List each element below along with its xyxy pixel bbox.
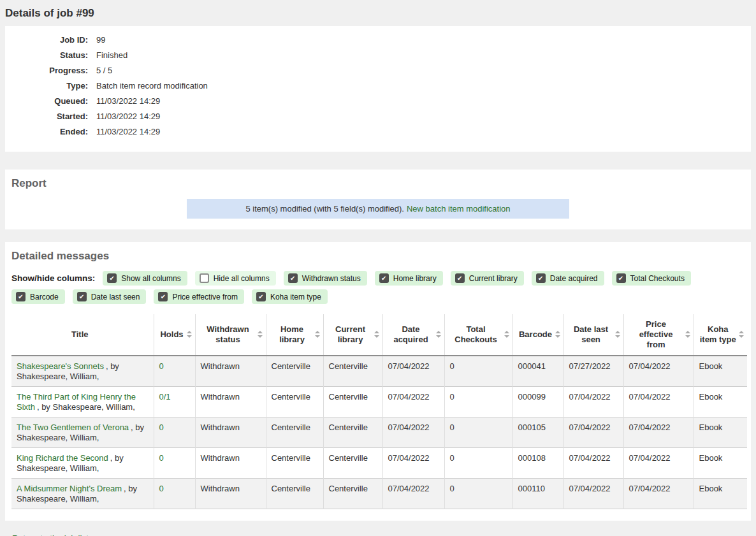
job-field-value: 5 / 5	[96, 66, 112, 75]
checkbox-icon	[536, 273, 546, 283]
new-batch-item-modification-link[interactable]: New batch item modification	[407, 204, 511, 214]
home-library-cell: Centerville	[266, 387, 323, 417]
price-effective-from-cell: 07/04/2022	[623, 448, 694, 479]
column-header[interactable]: Koha item type	[694, 314, 747, 356]
holds-link[interactable]: 0	[159, 423, 164, 432]
holds-link[interactable]: 0/1	[159, 392, 171, 402]
report-heading: Report	[11, 177, 745, 190]
holds-cell: 0	[154, 479, 195, 509]
page-title: Details of job #99	[0, 0, 756, 26]
sort-icon	[374, 331, 379, 338]
sort-icon	[315, 331, 320, 338]
current-library-cell: Centerville	[323, 417, 382, 448]
holds-cell: 0/1	[154, 387, 195, 417]
column-toggle[interactable]: Withdrawn status	[284, 271, 367, 286]
barcode-cell: 000108	[512, 448, 563, 479]
koha-item-type-cell: Ebook	[694, 356, 747, 387]
total-checkouts-cell: 0	[444, 387, 512, 417]
job-field-label: Job ID:	[11, 35, 88, 45]
price-effective-from-cell: 07/04/2022	[623, 479, 694, 509]
column-toggle-label: Withdrawn status	[302, 274, 361, 283]
holds-link[interactable]: 0	[159, 361, 164, 371]
checkbox-icon	[256, 292, 266, 301]
job-field-value: Batch item record modification	[96, 81, 208, 91]
barcode-cell: 000110	[512, 479, 563, 509]
sort-icon	[187, 331, 192, 338]
job-field-value: 99	[96, 35, 105, 45]
job-field-value: 11/03/2022 14:29	[96, 127, 160, 136]
home-library-cell: Centerville	[266, 356, 323, 387]
column-toggle[interactable]: Total Checkouts	[612, 271, 691, 286]
sort-icon	[504, 331, 509, 338]
title-link[interactable]: The Two Gentlemen of Verona	[17, 423, 129, 432]
column-toggle[interactable]: Home library	[375, 271, 443, 286]
total-checkouts-cell: 0	[444, 417, 512, 448]
column-header[interactable]: Withdrawn status	[195, 314, 266, 356]
job-field: Ended: 11/03/2022 14:29	[11, 127, 745, 136]
column-toggle-label: Date last seen	[91, 293, 140, 301]
table-row: A Midsummer Night's Dream, by Shakespear…	[11, 479, 747, 509]
current-library-cell: Centerville	[323, 479, 382, 509]
withdrawn-status-cell: Withdrawn	[195, 387, 266, 417]
barcode-cell: 000099	[512, 387, 563, 417]
job-field: Status: Finished	[11, 50, 745, 60]
barcode-cell: 000105	[512, 417, 563, 448]
current-library-cell: Centerville	[323, 448, 382, 479]
date-acquired-cell: 07/04/2022	[382, 417, 444, 448]
checkbox-icon	[107, 273, 117, 283]
column-toggle-label: Home library	[393, 274, 437, 283]
sort-icon	[739, 331, 744, 338]
column-header-label: Date last seen	[574, 324, 608, 344]
checkbox-icon	[455, 273, 465, 283]
job-field: Started: 11/03/2022 14:29	[11, 112, 745, 121]
title-link[interactable]: King Richard the Second	[17, 453, 108, 463]
column-toggle[interactable]: Koha item type	[252, 289, 328, 304]
title-link[interactable]: Shakespeare's Sonnets	[17, 361, 104, 371]
table-row: King Richard the Second, by Shakespeare,…	[11, 448, 747, 479]
column-toggle[interactable]: Date acquired	[532, 271, 604, 286]
column-header[interactable]: Total Checkouts	[444, 314, 512, 356]
column-toggle-label: Price effective from	[172, 293, 237, 301]
job-field-value: Finished	[96, 50, 127, 60]
koha-item-type-cell: Ebook	[694, 479, 747, 509]
column-header[interactable]: Date acquired	[382, 314, 444, 356]
date-last-seen-cell: 07/04/2022	[563, 448, 623, 479]
job-field: Type: Batch item record modification	[11, 81, 745, 91]
column-toggle-label: Koha item type	[270, 293, 321, 301]
column-header-label: Date acquired	[393, 324, 428, 344]
title-link[interactable]: A Midsummer Night's Dream	[17, 484, 122, 493]
home-library-cell: Centerville	[266, 448, 323, 479]
title-cell: The Third Part of King Henry the Sixth, …	[11, 387, 154, 417]
column-header[interactable]: Price effective from	[623, 314, 694, 356]
column-header-label: Total Checkouts	[454, 324, 497, 344]
column-toggle-label: Date acquired	[550, 274, 598, 283]
column-toggle-label: Current library	[469, 274, 518, 283]
date-last-seen-cell: 07/04/2022	[563, 479, 623, 509]
column-toggle[interactable]: Show all columns	[103, 271, 187, 286]
column-toggle[interactable]: Barcode	[11, 289, 65, 304]
holds-link[interactable]: 0	[159, 453, 164, 463]
table-header-row: Title Holds Withdrawn status Hom	[11, 314, 747, 356]
holds-link[interactable]: 0	[159, 484, 164, 493]
column-header[interactable]: Current library	[323, 314, 382, 356]
column-toggle[interactable]: Current library	[451, 271, 524, 286]
date-last-seen-cell: 07/04/2022	[563, 387, 623, 417]
column-header[interactable]: Barcode	[512, 314, 563, 356]
sort-icon	[615, 331, 620, 338]
total-checkouts-cell: 0	[444, 356, 512, 387]
koha-item-type-cell: Ebook	[694, 417, 747, 448]
return-to-job-list-link[interactable]: Return to the job list	[12, 533, 89, 536]
column-header[interactable]: Home library	[266, 314, 323, 356]
job-field-value: 11/03/2022 14:29	[96, 112, 160, 121]
column-header[interactable]: Holds	[154, 314, 195, 356]
column-toggle[interactable]: Price effective from	[154, 289, 244, 304]
job-field: Job ID: 99	[11, 35, 745, 45]
holds-cell: 0	[154, 356, 195, 387]
price-effective-from-cell: 07/04/2022	[623, 417, 694, 448]
report-message-text: 5 item(s) modified (with 5 field(s) modi…	[245, 204, 404, 214]
sort-icon	[436, 331, 441, 338]
column-toggle[interactable]: Hide all columns	[195, 271, 276, 286]
column-header[interactable]: Date last seen	[563, 314, 623, 356]
column-toggle[interactable]: Date last seen	[73, 289, 147, 304]
column-header-label: Home library	[279, 324, 305, 344]
